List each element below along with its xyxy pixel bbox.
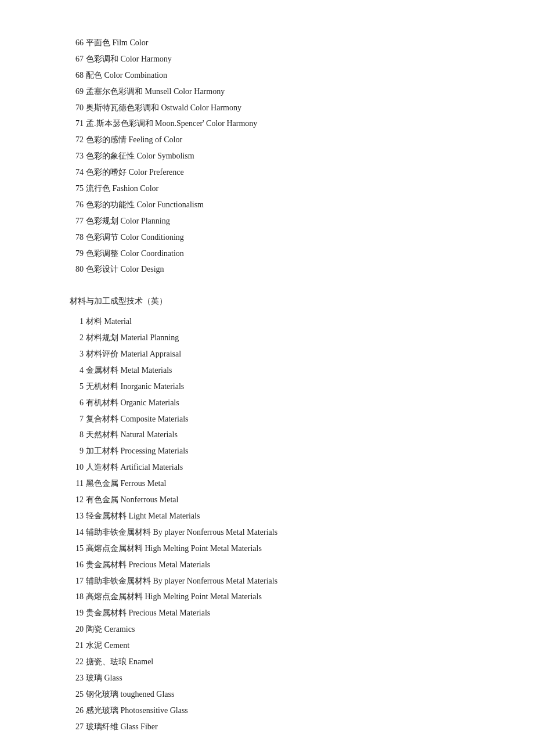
item-chinese: 色彩调节 <box>86 233 118 242</box>
item-chinese: 贵金属材料 <box>86 560 127 569</box>
list-item: 73色彩的象征性 Color Symbolism <box>70 148 464 164</box>
item-number: 27 <box>70 719 84 735</box>
item-english: Enamel <box>129 657 154 666</box>
item-number: 10 <box>70 460 84 475</box>
item-english: Processing Materials <box>121 447 189 455</box>
item-english: Precious Metal Materials <box>129 609 211 617</box>
item-chinese: 玻璃纤维 <box>86 722 118 731</box>
item-chinese: 材料评价 <box>86 350 118 358</box>
item-english: Material Planning <box>121 333 179 342</box>
item-english: High Melting Point Metal Materials <box>145 592 262 601</box>
list-item: 10人造材料 Artificial Materials <box>70 459 464 476</box>
item-english: Glass Fiber <box>121 722 158 731</box>
item-number: 73 <box>70 149 84 164</box>
item-chinese: 配色 <box>86 71 102 80</box>
list-item: 5无机材料 Inorganic Materials <box>70 379 464 395</box>
item-chinese: 材料规划 <box>86 333 118 342</box>
item-number: 14 <box>70 525 84 540</box>
item-number: 69 <box>70 84 84 99</box>
item-chinese: 有色金属 <box>86 495 118 504</box>
item-number: 75 <box>70 181 84 196</box>
item-english: Organic Materials <box>121 398 179 407</box>
item-number: 20 <box>70 622 84 637</box>
item-english: Moon.Spencer' Color Harmony <box>155 119 257 128</box>
item-chinese: 流行色 <box>86 184 110 193</box>
item-english: Color Harmony <box>121 55 172 63</box>
item-chinese: 材料 <box>86 317 102 326</box>
item-chinese: 色彩规划 <box>86 217 118 225</box>
item-english: Glass <box>104 674 122 682</box>
list-item: 74色彩的嗜好 Color Preference <box>70 164 464 181</box>
item-english: Inorganic Materials <box>121 382 185 391</box>
list-item: 12有色金属 Nonferrous Metal <box>70 492 464 508</box>
item-chinese: 高熔点金属材料 <box>86 592 143 601</box>
list-item: 19贵金属材料 Precious Metal Materials <box>70 605 464 621</box>
list-item: 9加工材料 Processing Materials <box>70 443 464 459</box>
item-number: 13 <box>70 509 84 524</box>
list-item: 76色彩的功能性 Color Functionalism <box>70 197 464 213</box>
item-english: Color Conditioning <box>121 233 184 242</box>
item-number: 16 <box>70 557 84 573</box>
item-number: 72 <box>70 132 84 147</box>
item-number: 80 <box>70 262 84 277</box>
item-chinese: 奥斯特瓦德色彩调和 <box>86 103 159 112</box>
item-number: 21 <box>70 638 84 653</box>
item-number: 26 <box>70 703 84 718</box>
list-item: 26感光玻璃 Photosensitive Glass <box>70 703 464 719</box>
list-item: 25钢化玻璃 toughened Glass <box>70 686 464 703</box>
item-chinese: 孟.斯本瑟色彩调和 <box>86 119 153 128</box>
item-chinese: 黑色金属 <box>86 479 118 488</box>
item-english: Light Metal Materials <box>129 512 200 520</box>
item-english: Metal Materials <box>121 366 172 375</box>
item-number: 5 <box>70 379 84 394</box>
item-english: Color Functionalism <box>137 200 204 209</box>
item-chinese: 无机材料 <box>86 382 118 391</box>
item-number: 12 <box>70 492 84 507</box>
item-chinese: 色彩调和 <box>86 55 118 63</box>
list-item: 15高熔点金属材料 High Melting Point Metal Mater… <box>70 541 464 557</box>
list-item: 23玻璃 Glass <box>70 670 464 686</box>
item-chinese: 平面色 <box>86 38 110 47</box>
item-chinese: 钢化玻璃 <box>86 690 118 699</box>
item-number: 66 <box>70 35 84 51</box>
item-english: Color Symbolism <box>137 152 194 160</box>
item-english: Material <box>104 317 132 326</box>
item-number: 76 <box>70 197 84 213</box>
list-item: 78色彩调节 Color Conditioning <box>70 229 464 246</box>
list-item: 75流行色 Fashion Color <box>70 181 464 197</box>
item-chinese: 辅助非铁金属材料 <box>86 577 151 585</box>
item-english: By player Nonferrous Metal Materials <box>153 528 278 537</box>
item-chinese: 金属材料 <box>86 366 118 375</box>
item-number: 25 <box>70 687 84 702</box>
item-chinese: 有机材料 <box>86 398 118 407</box>
list-item: 2材料规划 Material Planning <box>70 330 464 346</box>
item-chinese: 色彩的象征性 <box>86 152 135 160</box>
list-item: 17辅助非铁金属材料 By player Nonferrous Metal Ma… <box>70 573 464 589</box>
item-number: 11 <box>70 476 84 491</box>
item-number: 79 <box>70 246 84 261</box>
list-item: 7复合材料 Composite Materials <box>70 411 464 427</box>
item-number: 8 <box>70 427 84 442</box>
item-chinese: 玻璃 <box>86 674 102 682</box>
item-chinese: 辅助非铁金属材料 <box>86 528 151 537</box>
item-english: Fashion Color <box>113 184 159 193</box>
list-item: 22搪瓷、珐琅 Enamel <box>70 654 464 670</box>
item-number: 2 <box>70 330 84 345</box>
item-english: Photosensitive Glass <box>121 706 188 715</box>
list-item: 72色彩的感情 Feeling of Color <box>70 132 464 148</box>
item-english: Nonferrous Metal <box>121 495 179 504</box>
item-chinese: 轻金属材料 <box>86 512 127 520</box>
list-item: 16贵金属材料 Precious Metal Materials <box>70 557 464 573</box>
list-item: 68配色 Color Combination <box>70 67 464 84</box>
item-english: Munsell Color Harmony <box>145 87 225 96</box>
item-number: 67 <box>70 52 84 67</box>
item-chinese: 人造材料 <box>86 463 118 471</box>
item-chinese: 色彩调整 <box>86 249 118 258</box>
list-item: 27玻璃纤维 Glass Fiber <box>70 719 464 735</box>
item-number: 74 <box>70 165 84 180</box>
list-item: 1材料 Material <box>70 314 464 330</box>
list-item: 8天然材料 Natural Materials <box>70 427 464 443</box>
item-english: Ceramics <box>104 625 135 633</box>
item-chinese: 复合材料 <box>86 415 118 423</box>
list-item: 77色彩规划 Color Planning <box>70 213 464 229</box>
